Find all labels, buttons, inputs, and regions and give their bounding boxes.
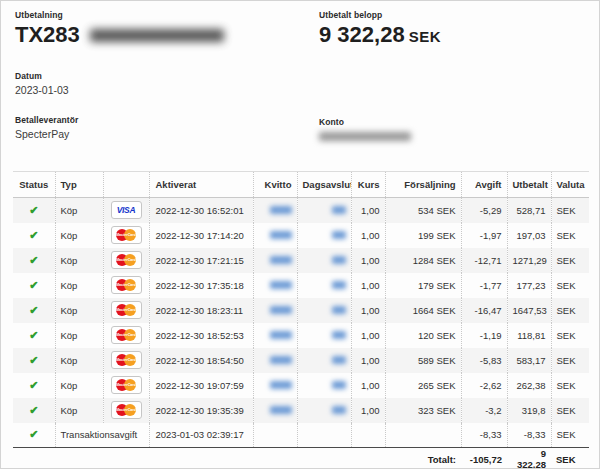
cell-card-type: MasterCard <box>103 323 149 348</box>
cell-aktiverat: 2022-12-30 17:35:18 <box>149 273 253 298</box>
cell-aktiverat: 2022-12-30 19:07:59 <box>149 373 253 398</box>
cell-utbetalt: 528,71 <box>507 198 551 223</box>
cell-forsaljning: 120 SEK <box>385 323 461 348</box>
utbetalt-belopp-label: Utbetalt belopp <box>319 10 441 20</box>
cell-aktiverat: 2022-12-30 17:21:15 <box>149 248 253 273</box>
cell-avgift: -8,33 <box>461 423 507 448</box>
cell-kvitto <box>253 373 297 398</box>
cell-forsaljning: 323 SEK <box>385 398 461 423</box>
svg-text:MasterCard: MasterCard <box>116 233 137 237</box>
redacted-dagsavslut-link[interactable] <box>332 381 346 389</box>
transactions-table: Status Typ Aktiverat Kvitto Dagsavslut K… <box>13 171 589 469</box>
cell-kvitto <box>253 323 297 348</box>
cell-avgift: -12,71 <box>461 248 507 273</box>
cell-kurs: 1,00 <box>351 323 385 348</box>
cell-status: ✔ <box>13 298 55 323</box>
transaction-id-prefix: TX283 <box>15 22 80 47</box>
cell-valuta: SEK <box>551 223 589 248</box>
cell-valuta: SEK <box>551 198 589 223</box>
redacted-kvitto-link[interactable] <box>270 281 292 289</box>
cell-status: ✔ <box>13 198 55 223</box>
mastercard-logo-icon: MasterCard <box>111 276 142 294</box>
cell-status: ✔ <box>13 273 55 298</box>
redacted-dagsavslut-link[interactable] <box>332 406 346 414</box>
cell-typ: Köp <box>55 198 103 223</box>
cell-utbetalt: 1271,29 <box>507 248 551 273</box>
cell-utbetalt: 197,03 <box>507 223 551 248</box>
cell-dagsavslut <box>297 373 351 398</box>
redacted-dagsavslut-link[interactable] <box>332 281 346 289</box>
redacted-kvitto-link[interactable] <box>270 331 292 339</box>
redacted-kvitto-link[interactable] <box>270 406 292 414</box>
redacted-kvitto-link[interactable] <box>270 256 292 264</box>
utbetalning-field: Utbetalning TX283 <box>15 10 224 46</box>
cell-status: ✔ <box>13 398 55 423</box>
redacted-dagsavslut-link[interactable] <box>332 206 346 214</box>
redacted-transaction-id <box>90 29 224 42</box>
redacted-dagsavslut-link[interactable] <box>332 356 346 364</box>
cell-card-type: MasterCard <box>103 248 149 273</box>
redacted-kvitto-link[interactable] <box>270 206 292 214</box>
cell-status: ✔ <box>13 373 55 398</box>
cell-kvitto <box>253 273 297 298</box>
total-row: Totalt: -105,72 9 322,28 SEK <box>13 448 589 469</box>
cell-status: ✔ <box>13 323 55 348</box>
redacted-kvitto-link[interactable] <box>270 356 292 364</box>
redacted-kvitto-link[interactable] <box>270 231 292 239</box>
total-row-spacer <box>13 448 385 469</box>
redacted-dagsavslut-link[interactable] <box>332 331 346 339</box>
cell-dagsavslut <box>297 248 351 273</box>
visa-logo-icon: VISA <box>111 201 142 219</box>
column-header-typ: Typ <box>55 172 103 198</box>
utbetalt-belopp-field: Utbetalt belopp 9 322,28SEK <box>319 10 441 46</box>
cell-valuta: SEK <box>551 248 589 273</box>
column-header-card <box>103 172 149 198</box>
konto-field: Konto <box>319 117 411 141</box>
cell-utbetalt: 319,8 <box>507 398 551 423</box>
cell-kvitto <box>253 348 297 373</box>
status-ok-icon: ✔ <box>29 428 38 440</box>
status-ok-icon: ✔ <box>29 329 38 341</box>
table-row: ✔KöpMasterCard2022-12-30 18:54:501,00589… <box>13 348 589 373</box>
cell-avgift: -3,2 <box>461 398 507 423</box>
betalleverantor-label: Betalleverantör <box>15 115 78 125</box>
table-row: ✔KöpMasterCard2022-12-30 19:35:391,00323… <box>13 398 589 423</box>
redacted-dagsavslut-link[interactable] <box>332 306 346 314</box>
cell-kvitto <box>253 398 297 423</box>
cell-card-type: MasterCard <box>103 398 149 423</box>
cell-kvitto <box>253 298 297 323</box>
cell-forsaljning: 589 SEK <box>385 348 461 373</box>
cell-utbetalt: 262,38 <box>507 373 551 398</box>
redacted-dagsavslut-link[interactable] <box>332 256 346 264</box>
cell-dagsavslut <box>297 298 351 323</box>
cell-card-type: VISA <box>103 198 149 223</box>
cell-forsaljning: 534 SEK <box>385 198 461 223</box>
cell-valuta: SEK <box>551 298 589 323</box>
status-ok-icon: ✔ <box>29 204 38 216</box>
cell-kurs: 1,00 <box>351 398 385 423</box>
table-row: ✔KöpVISA2022-12-30 16:52:011,00534 SEK-5… <box>13 198 589 223</box>
cell-aktiverat: 2022-12-30 18:52:53 <box>149 323 253 348</box>
redacted-kvitto-link[interactable] <box>270 381 292 389</box>
cell-kurs: 1,00 <box>351 223 385 248</box>
redacted-dagsavslut-link[interactable] <box>332 231 346 239</box>
cell-typ: Köp <box>55 248 103 273</box>
status-ok-icon: ✔ <box>29 279 38 291</box>
cell-dagsavslut <box>297 198 351 223</box>
svg-text:MasterCard: MasterCard <box>116 358 137 362</box>
column-header-kurs: Kurs <box>351 172 385 198</box>
cell-kurs: 1,00 <box>351 373 385 398</box>
cell-dagsavslut <box>297 323 351 348</box>
column-header-valuta: Valuta <box>551 172 589 198</box>
cell-aktiverat: 2022-12-30 17:14:20 <box>149 223 253 248</box>
redacted-kvitto-link[interactable] <box>270 306 292 314</box>
cell-typ: Köp <box>55 298 103 323</box>
utbetalning-label: Utbetalning <box>15 10 224 20</box>
cell-aktiverat: 2023-01-03 02:39:17 <box>149 423 253 448</box>
mastercard-logo-icon: MasterCard <box>111 376 142 394</box>
cell-kurs: 1,00 <box>351 298 385 323</box>
cell-typ: Köp <box>55 223 103 248</box>
cell-valuta: SEK <box>551 323 589 348</box>
cell-kurs: 1,00 <box>351 198 385 223</box>
cell-card-type: MasterCard <box>103 298 149 323</box>
